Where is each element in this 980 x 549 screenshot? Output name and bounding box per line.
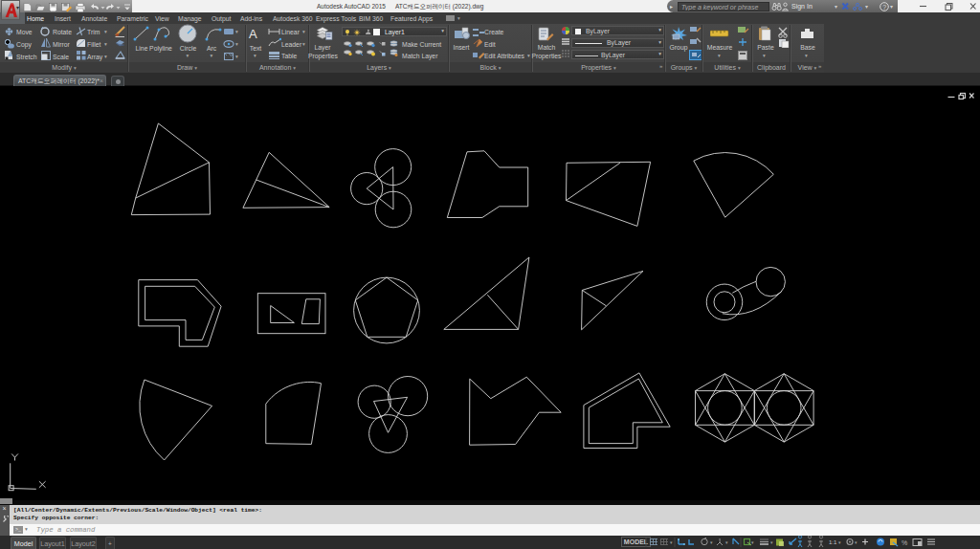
svg-text:▾: ▾	[670, 539, 673, 545]
svg-text:▾: ▾	[725, 539, 728, 545]
svg-text:▾: ▾	[838, 539, 841, 545]
svg-text:1:1: 1:1	[829, 539, 837, 545]
svg-text:▾: ▾	[710, 539, 713, 545]
svg-text:%: %	[902, 539, 907, 546]
svg-text:?: ?	[882, 4, 886, 11]
svg-text:▾: ▾	[770, 539, 773, 545]
svg-text:▾: ▾	[751, 539, 754, 545]
svg-text:▾: ▾	[855, 539, 858, 545]
